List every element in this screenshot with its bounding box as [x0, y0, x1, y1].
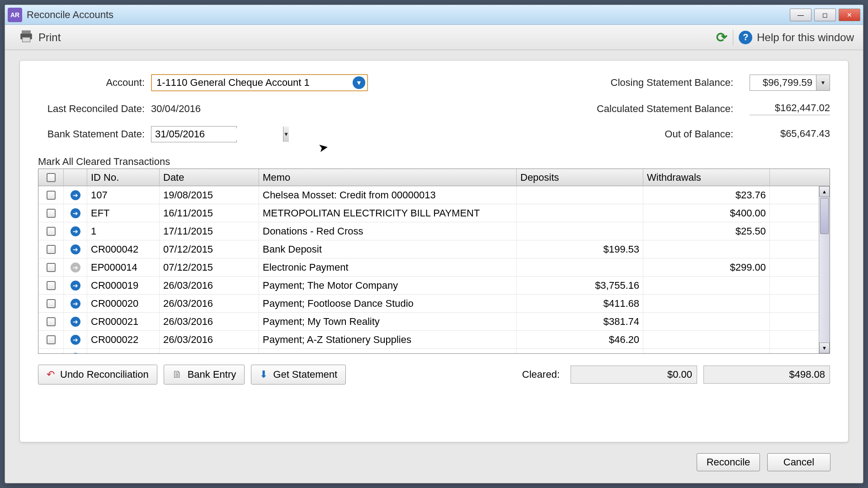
row-checkbox[interactable] — [47, 317, 56, 326]
bank-stmt-date-label: Bank Statement Date: — [38, 128, 151, 140]
cell-memo: Payment: Footloose Dance Studio — [259, 349, 517, 353]
row-checkbox[interactable] — [47, 263, 56, 272]
account-input[interactable] — [152, 77, 353, 89]
row-open-icon[interactable]: ➔ — [71, 299, 80, 309]
cell-deposits: $3,755.16 — [517, 277, 643, 294]
row-checkbox[interactable] — [47, 281, 56, 290]
content-area: Account: ▼ Closing Statement Balance: $9… — [5, 50, 863, 483]
row-checkbox[interactable] — [47, 353, 56, 354]
toolbar: Print ⟳ ? Help for this window — [5, 25, 863, 50]
row-open-icon[interactable]: ➔ — [71, 208, 80, 218]
close-button[interactable]: ✕ — [839, 9, 860, 21]
table-row[interactable]: ➔CR00002226/03/2016Payment; A-Z Statione… — [38, 331, 830, 349]
form-area: Account: ▼ Closing Statement Balance: $9… — [38, 74, 830, 142]
cell-date: 26/03/2016 — [160, 331, 259, 348]
header-memo[interactable]: Memo — [259, 169, 517, 186]
bank-stmt-date-input[interactable] — [151, 128, 283, 140]
bank-stmt-date-field[interactable]: ▼ — [151, 126, 237, 142]
select-all-checkbox[interactable] — [47, 173, 56, 182]
row-checkbox[interactable] — [47, 191, 56, 200]
row-open-icon[interactable]: ➔ — [71, 335, 80, 345]
undo-reconciliation-button[interactable]: ↶ Undo Reconciliation — [38, 365, 157, 385]
cell-deposits: $381.74 — [517, 313, 643, 330]
get-statement-button[interactable]: ⬇ Get Statement — [251, 365, 346, 385]
cell-date: 26/03/2016 — [160, 277, 259, 294]
row-open-icon[interactable]: ➔ — [71, 281, 80, 291]
table-row[interactable]: ➔CR00001926/03/2016Payment; The Motor Co… — [38, 277, 830, 295]
header-withdrawals[interactable]: Withdrawals — [643, 169, 770, 186]
mark-all-link[interactable]: Mark All Cleared Transactions — [38, 156, 830, 168]
cell-withdrawals — [643, 277, 770, 294]
cell-memo: Donations - Red Cross — [259, 222, 517, 240]
cell-memo: Payment; Footloose Dance Studio — [259, 295, 517, 312]
cell-deposits — [517, 258, 643, 276]
row-checkbox[interactable] — [47, 335, 56, 344]
scroll-down-icon[interactable]: ▼ — [819, 343, 830, 353]
closing-balance-value: $96,799.59 — [750, 77, 816, 89]
window-controls: — ◻ ✕ — [790, 9, 860, 21]
row-open-icon[interactable]: ➔ — [71, 226, 80, 236]
cell-deposits: $199.53 — [517, 240, 643, 258]
cell-memo: METROPOLITAN ELECTRICITY BILL PAYMENT — [259, 204, 517, 222]
print-button[interactable]: Print — [14, 27, 65, 48]
window-title: Reconcile Accounts — [27, 9, 790, 21]
row-checkbox[interactable] — [47, 209, 56, 218]
cell-id: CR000023 — [87, 349, 160, 353]
table-row[interactable]: ➔CR00002126/03/2016Payment; My Town Real… — [38, 313, 830, 331]
maximize-button[interactable]: ◻ — [814, 9, 836, 21]
calculated-balance-label: Calculated Statement Balance: — [577, 103, 740, 115]
refresh-button[interactable]: ⟳ — [716, 29, 727, 45]
cell-date: 17/11/2015 — [160, 222, 259, 240]
row-open-icon[interactable]: ➔ — [71, 190, 80, 200]
closing-balance-label: Closing Statement Balance: — [577, 77, 740, 89]
row-checkbox[interactable] — [47, 227, 56, 236]
cell-memo: Electronic Payment — [259, 258, 517, 276]
cell-deposits — [517, 222, 643, 240]
account-dropdown-icon[interactable]: ▼ — [353, 76, 365, 89]
row-open-icon[interactable]: ➔ — [71, 317, 80, 327]
printer-icon — [19, 28, 34, 47]
table-row[interactable]: ➔117/11/2015Donations - Red Cross$25.50 — [38, 222, 830, 240]
table-row[interactable]: ➔CR00004207/12/2015Bank Deposit$199.53 — [38, 240, 830, 258]
row-checkbox[interactable] — [47, 299, 56, 308]
toolbar-separator — [733, 30, 733, 45]
out-of-balance-label: Out of Balance: — [577, 128, 740, 140]
cell-date: 07/12/2015 — [160, 258, 259, 276]
closing-balance-dropdown-icon[interactable]: ▼ — [816, 75, 830, 90]
main-panel: Account: ▼ Closing Statement Balance: $9… — [19, 60, 849, 442]
cell-id: EP000014 — [87, 258, 160, 276]
table-row[interactable]: ➔CR00002026/03/2016Payment; Footloose Da… — [38, 295, 830, 313]
cell-memo: Bank Deposit — [259, 240, 517, 258]
table-row[interactable]: ➔EFT16/11/2015METROPOLITAN ELECTRICITY B… — [38, 204, 830, 222]
scroll-up-icon[interactable]: ▲ — [819, 186, 830, 197]
header-icon-col — [64, 169, 87, 186]
scroll-thumb[interactable] — [820, 198, 829, 234]
cell-date: 26/03/2016 — [160, 313, 259, 330]
help-label: Help for this window — [757, 31, 854, 44]
table-row[interactable]: ➔CR00002326/03/2016Payment: Footloose Da… — [38, 349, 830, 353]
reconcile-button[interactable]: Reconcile — [697, 453, 760, 471]
row-open-icon[interactable]: ➔ — [71, 263, 80, 272]
cell-withdrawals: $25.50 — [643, 222, 770, 240]
cancel-button[interactable]: Cancel — [767, 453, 830, 471]
header-id[interactable]: ID No. — [87, 169, 160, 186]
svg-rect-0 — [22, 30, 31, 33]
row-open-icon[interactable]: ➔ — [71, 353, 80, 354]
vertical-scrollbar[interactable]: ▲ ▼ — [819, 186, 830, 353]
header-deposits[interactable]: Deposits — [517, 169, 643, 186]
calculated-balance-value: $162,447.02 — [750, 102, 830, 115]
table-row[interactable]: ➔10719/08/2015Chelsea Mosset: Credit fro… — [38, 186, 830, 204]
cell-deposits: $411.68 — [517, 295, 643, 312]
table-row[interactable]: ➔EP00001407/12/2015Electronic Payment$29… — [38, 258, 830, 277]
header-date[interactable]: Date — [160, 169, 259, 186]
row-checkbox[interactable] — [47, 245, 56, 254]
row-open-icon[interactable]: ➔ — [71, 244, 80, 254]
closing-balance-field[interactable]: $96,799.59 ▼ — [750, 75, 830, 91]
minimize-button[interactable]: — — [790, 9, 811, 21]
bank-entry-button[interactable]: 🗎 Bank Entry — [164, 365, 245, 385]
account-combo[interactable]: ▼ — [151, 74, 368, 91]
bank-stmt-date-dropdown-icon[interactable]: ▼ — [283, 127, 289, 142]
get-statement-icon: ⬇ — [259, 369, 268, 380]
transactions-grid: ID No. Date Memo Deposits Withdrawals ➔1… — [38, 169, 830, 354]
help-button[interactable]: ? Help for this window — [739, 31, 854, 44]
